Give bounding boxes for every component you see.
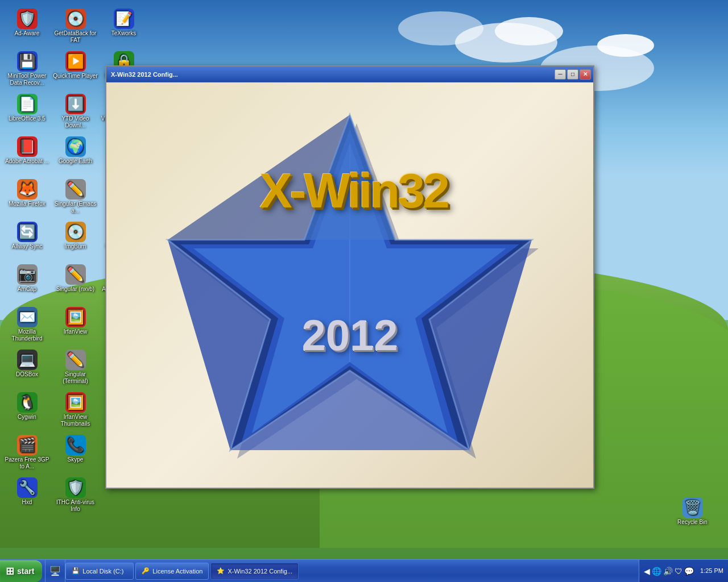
desktop-icon-ytd[interactable]: ⬇️ YTD Video Downl... xyxy=(51,91,100,134)
amcap-label: AmCap xyxy=(18,286,36,293)
close-button[interactable]: ✕ xyxy=(580,69,591,80)
hxd-icon: 🔧 xyxy=(17,477,38,498)
texworks-label: TeXworks xyxy=(111,30,136,37)
desktop-icon-mozilla-thunderbird[interactable]: ✉️ Mozilla Thunderbird xyxy=(3,304,51,347)
tray-security-icon[interactable]: 🛡 xyxy=(675,567,682,576)
desktop-icon-hxd[interactable]: 🔧 Hxd xyxy=(3,475,51,517)
ytd-icon: ⬇️ xyxy=(65,94,86,114)
desktop-icon-quicktime[interactable]: ▶️ QuickTime Player xyxy=(51,48,100,91)
desktop-icon-getdataback[interactable]: 💿 GetDataBack for FAT xyxy=(51,6,100,48)
xwin32-config-icon: ⭐ xyxy=(217,567,225,575)
singular-emacs-icon: ✏️ xyxy=(65,179,86,199)
ad-aware-label: Ad-Aware xyxy=(15,30,40,37)
desktop-icon-skype[interactable]: 📞 Skype xyxy=(51,432,100,475)
local-disk-label: Local Disk (C:) xyxy=(82,568,123,575)
desktop: 🛡️ Ad-Aware 💾 MiniTool Power Data Recov.… xyxy=(0,0,728,582)
dosbox-label: DOSBox xyxy=(16,371,38,378)
product-name: X-Wiin32 xyxy=(259,166,447,215)
desktop-icon-pazera-free[interactable]: 🎬 Pazera Free 3GP to A... xyxy=(3,432,51,475)
mozilla-thunderbird-label: Mozilla Thunderbird xyxy=(5,329,50,342)
allway-sync-icon: 🔄 xyxy=(17,222,38,242)
system-tray: ◀ 🌐 🔊 🛡 💬 1:25 PM xyxy=(639,560,728,582)
desktop-icon-singular-emacs[interactable]: ✏️ Singular (Emacs a... xyxy=(51,176,100,219)
desktop-icon-irfanview-thumbnails[interactable]: 🖼️ IrfanView Thumbnails xyxy=(51,389,100,432)
title-buttons: ─ □ ✕ xyxy=(555,69,591,80)
desktop-icon-singular-terminal[interactable]: ✏️ Singular (Terminal) xyxy=(51,347,100,389)
texworks-icon: 📝 xyxy=(114,9,134,29)
desktop-icon-texworks[interactable]: 📝 TeXworks xyxy=(100,6,148,48)
google-earth-icon: 🌍 xyxy=(65,136,86,157)
taskbar-item-local-disk[interactable]: 💾 Local Disk (C:) xyxy=(65,563,134,580)
desktop-icon-ithc-antivirus[interactable]: 🛡️ ITHC Anti-virus Info xyxy=(51,475,100,517)
tray-volume-icon[interactable]: 🔊 xyxy=(663,567,673,576)
desktop-icon-mozilla-firefox[interactable]: 🦊 Mozilla Firefox xyxy=(3,176,51,219)
cygwin-icon: 🐧 xyxy=(17,392,38,413)
ad-aware-icon: 🛡️ xyxy=(17,9,38,29)
star-graphic xyxy=(156,98,543,473)
mozilla-firefox-icon: 🦊 xyxy=(17,179,38,199)
desktop-icon-libreoffice[interactable]: 📄 LibreOffice 3.5 xyxy=(3,91,51,134)
google-earth-label: Google Earth xyxy=(59,158,92,165)
mozilla-thunderbird-icon: ✉️ xyxy=(17,307,38,327)
desktop-icon-recycle-bin[interactable]: 🗑️ Recycle Bin xyxy=(668,494,717,537)
product-year-container: 2012 xyxy=(301,314,398,357)
libreoffice-icon: 📄 xyxy=(17,94,38,114)
imgburn-icon: 💿 xyxy=(65,222,86,242)
getdataback-icon: 💿 xyxy=(65,9,86,29)
quick-launch-bar: 🖥️ xyxy=(45,560,65,582)
local-disk-icon: 💾 xyxy=(72,567,80,575)
hxd-label: Hxd xyxy=(22,499,32,506)
desktop-icon-allway-sync[interactable]: 🔄 Allway Sync xyxy=(3,219,51,261)
getdataback-label: GetDataBack for FAT xyxy=(53,30,98,44)
minitools-label: MiniTool Power Data Recov... xyxy=(5,73,50,86)
singular-terminal-label: Singular (Terminal) xyxy=(53,371,98,385)
minitools-icon: 💾 xyxy=(17,51,38,72)
system-clock[interactable]: 1:25 PM xyxy=(696,567,723,575)
desktop-icon-minitools[interactable]: 💾 MiniTool Power Data Recov... xyxy=(3,48,51,91)
minimize-button[interactable]: ─ xyxy=(555,69,566,80)
amcap-icon: 📷 xyxy=(17,264,38,285)
tray-chat-icon[interactable]: 💬 xyxy=(684,567,694,576)
desktop-icons-area: 🛡️ Ad-Aware 💾 MiniTool Power Data Recov.… xyxy=(3,6,111,540)
splash-titlebar: X-Win32 2012 Config... ─ □ ✕ xyxy=(106,66,593,82)
license-activation-icon: 🔑 xyxy=(142,567,150,575)
mozilla-firefox-label: Mozilla Firefox xyxy=(9,201,45,207)
singular-emacs-label: Singular (Emacs a... xyxy=(53,201,98,214)
libreoffice-label: LibreOffice 3.5 xyxy=(9,115,46,122)
quicktime-label: QuickTime Player xyxy=(53,73,98,80)
star-container: X-Wiin32 2012 xyxy=(156,98,543,473)
start-button[interactable]: ⊞ start xyxy=(0,560,42,582)
desktop-icon-singular-nxvb[interactable]: ✏️ Singular (nxvb) xyxy=(51,261,100,304)
desktop-icon-irfanview[interactable]: 🖼️ IrfanView xyxy=(51,304,100,347)
recycle-bin-label: Recycle Bin xyxy=(677,519,708,526)
maximize-button[interactable]: □ xyxy=(567,69,578,80)
desktop-icon-cygwin[interactable]: 🐧 Cygwin xyxy=(3,389,51,432)
desktop-icon-google-earth[interactable]: 🌍 Google Earth xyxy=(51,134,100,176)
tray-network-icon[interactable]: 🌐 xyxy=(652,567,661,576)
xwin32-config-label: X-Win32 2012 Config... xyxy=(228,568,292,575)
product-name-container: X-Wiin32 xyxy=(259,166,447,215)
taskbar-items: 💾 Local Disk (C:) 🔑 License Activation ⭐… xyxy=(65,560,639,582)
singular-nxvb-icon: ✏️ xyxy=(65,264,86,285)
splash-content: X-Wiin32 2012 xyxy=(106,82,593,488)
adobe-acrobat-label: Adobe Acrobat ... xyxy=(5,158,49,165)
desktop-icon-imgburn[interactable]: 💿 ImgBurn xyxy=(51,219,100,261)
splash-title: X-Win32 2012 Config... xyxy=(109,71,178,78)
allway-sync-label: Allway Sync xyxy=(12,243,43,250)
skype-icon: 📞 xyxy=(65,435,86,455)
quick-launch-show-desktop[interactable]: 🖥️ xyxy=(49,565,61,577)
taskbar-item-xwin32-config[interactable]: ⭐ X-Win32 2012 Config... xyxy=(210,563,299,580)
taskbar-item-license-activation[interactable]: 🔑 License Activation xyxy=(135,563,209,580)
imgburn-label: ImgBurn xyxy=(65,243,86,250)
desktop-icon-amcap[interactable]: 📷 AmCap xyxy=(3,261,51,304)
adobe-acrobat-icon: 📕 xyxy=(17,136,38,157)
desktop-icon-dosbox[interactable]: 💻 DOSBox xyxy=(3,347,51,389)
cygwin-label: Cygwin xyxy=(18,414,36,421)
desktop-icon-ad-aware[interactable]: 🛡️ Ad-Aware xyxy=(3,6,51,48)
quicktime-icon: ▶️ xyxy=(65,51,86,72)
irfanview-icon: 🖼️ xyxy=(65,307,86,327)
skype-label: Skype xyxy=(68,456,84,463)
desktop-icon-adobe-acrobat[interactable]: 📕 Adobe Acrobat ... xyxy=(3,134,51,176)
taskbar: ⊞ start 🖥️ 💾 Local Disk (C:) 🔑 License A… xyxy=(0,559,728,582)
tray-arrow-icon[interactable]: ◀ xyxy=(644,567,650,576)
